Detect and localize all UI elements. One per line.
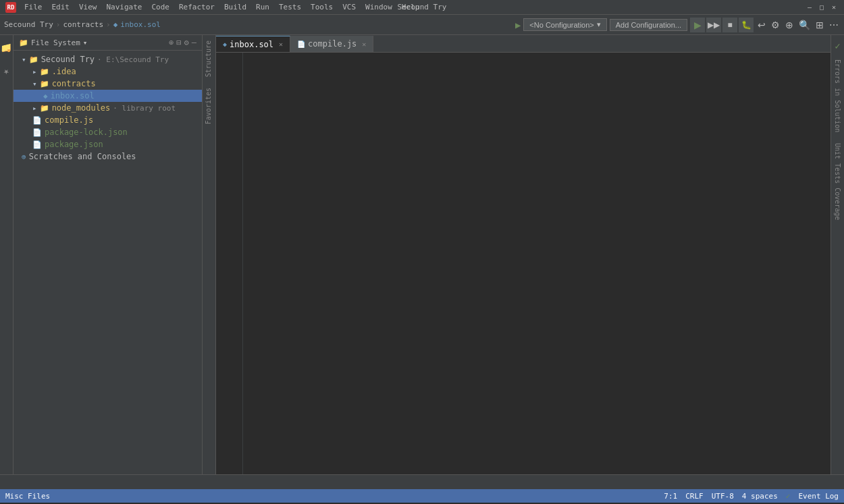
status-event-log[interactable]: Event Log: [798, 492, 839, 501]
menu-item-refactor[interactable]: Refactor: [175, 1, 219, 13]
add-config-button[interactable]: Add Configuration...: [610, 19, 687, 31]
editor-area: ◆ inbox.sol ✕ 📄 compile.js ✕: [216, 35, 830, 474]
tree-item-scratches[interactable]: ⊕ Scratches and Consoles: [14, 150, 202, 163]
run-config-button[interactable]: <No Configuration> ▾: [523, 18, 606, 31]
tree-item-inbox-sol[interactable]: ◆ inbox.sol: [14, 90, 202, 102]
contracts-expand-icon: ▾: [32, 80, 37, 88]
node-modules-expand-icon: ▸: [32, 104, 37, 113]
tree-item-contracts-label: contracts: [52, 79, 96, 88]
run-config-label: <No Configuration>: [529, 21, 594, 29]
main-content: 📁 ★ 📁 File System ▾ ⊕ ⊟ ⚙ — ▾ 📁 Seco: [0, 35, 844, 474]
toolbar-refresh-button[interactable]: ↩: [756, 18, 767, 32]
tree-item-package-json-label: package.json: [45, 140, 103, 149]
vtab-favorites[interactable]: Favorites: [203, 82, 215, 130]
menu-item-run[interactable]: Run: [252, 1, 273, 13]
menu-item-vcs[interactable]: VCS: [338, 1, 360, 13]
menu-item-code[interactable]: Code: [147, 1, 174, 13]
toolbar-expand-button[interactable]: ⊞: [814, 18, 825, 32]
activity-project-icon[interactable]: 📁: [0, 38, 14, 59]
wincontrol-—[interactable]: —: [805, 3, 814, 12]
titlebar: RD FileEditViewNavigateCodeRefactorBuild…: [0, 0, 844, 15]
activity-bar: 📁 ★: [0, 35, 14, 474]
tree-item-root-path: · E:\Secound Try: [97, 55, 169, 64]
status-position[interactable]: 7:1: [664, 492, 677, 501]
menu-item-edit[interactable]: Edit: [48, 1, 74, 13]
breadcrumb-item-file[interactable]: ◆: [113, 20, 118, 29]
status-line-ending[interactable]: CRLF: [685, 492, 704, 501]
status-bar: Misc Files 7:1 CRLF UTF-8 4 spaces ✓ Eve…: [0, 489, 844, 503]
tree-item-root[interactable]: ▾ 📁 Secound Try · E:\Secound Try: [14, 53, 202, 65]
wincontrol-✕[interactable]: ✕: [829, 3, 839, 12]
debug-button[interactable]: 🐛: [739, 18, 754, 32]
app-logo: RD: [5, 2, 16, 13]
debug-run-button[interactable]: ▶▶: [706, 18, 721, 32]
folder-icon: 📁: [19, 38, 28, 47]
sidebar-settings[interactable]: ⚙: [184, 38, 189, 47]
tab-compile-js[interactable]: 📄 compile.js ✕: [290, 36, 373, 52]
scratches-icon: ⊕: [22, 152, 26, 161]
stop-button[interactable]: ■: [722, 18, 737, 32]
tree-item-contracts[interactable]: ▾ 📁 contracts: [14, 78, 202, 90]
run-button[interactable]: ▶: [690, 18, 705, 32]
tree-item-compile-js-label: compile.js: [45, 115, 93, 125]
run-buttons: ▶ ▶▶ ■ 🐛: [690, 18, 754, 32]
idea-folder-icon: 📁: [40, 67, 49, 76]
breadcrumb-item-filename[interactable]: inbox.sol: [120, 20, 161, 29]
sidebar-actions: ⊕ ⊟ ⚙ —: [169, 38, 196, 47]
menu-item-tools[interactable]: Tools: [307, 1, 337, 13]
tab-js-icon: 📄: [297, 40, 305, 48]
tree-item-package-lock-label: package-lock.json: [45, 128, 128, 137]
breadcrumb-item-folder[interactable]: contracts: [63, 20, 103, 29]
tab-inbox-sol[interactable]: ◆ inbox.sol ✕: [216, 36, 290, 52]
menu-bar[interactable]: FileEditViewNavigateCodeRefactorBuildRun…: [20, 1, 423, 13]
tree-item-scratches-label: Scratches and Consoles: [29, 152, 136, 161]
menu-item-tests[interactable]: Tests: [275, 1, 305, 13]
menu-item-build[interactable]: Build: [220, 1, 250, 13]
code-editor: [216, 53, 830, 474]
check-icon: ✓: [832, 38, 843, 54]
toolbar-more-button[interactable]: ⋯: [828, 18, 840, 32]
toolbar-add-button[interactable]: ⊕: [784, 18, 795, 32]
tree-item-compile-js[interactable]: 📄 compile.js: [14, 114, 202, 126]
toolbar-search-button[interactable]: 🔍: [797, 18, 812, 32]
sidebar-scroll-from-source[interactable]: ⊕: [169, 38, 174, 47]
tab-compile-js-close[interactable]: ✕: [362, 40, 366, 48]
tree-item-package-lock[interactable]: 📄 package-lock.json: [14, 126, 202, 138]
toolbar-settings-button[interactable]: ⚙: [770, 18, 781, 32]
bottom-bar: [0, 474, 844, 489]
right-panel: ✓ Errors in Solution Unit Tests Coverage: [830, 35, 844, 474]
toolbar: Secound Try › contracts › ◆ inbox.sol ▶ …: [0, 15, 844, 35]
tree-item-node-modules-label: node_modules: [52, 103, 111, 113]
tab-inbox-sol-close[interactable]: ✕: [279, 40, 283, 48]
vtab-unit-tests[interactable]: Unit Tests Coverage: [832, 138, 843, 225]
menu-item-view[interactable]: View: [75, 1, 101, 13]
left-vtabs: Structure Favorites: [203, 35, 216, 474]
menu-item-file[interactable]: File: [20, 1, 47, 13]
sidebar-hide[interactable]: —: [192, 38, 196, 47]
tree-item-idea[interactable]: ▸ 📁 .idea: [14, 65, 202, 78]
app-title: Secound Try: [398, 3, 447, 11]
status-right: 7:1 CRLF UTF-8 4 spaces ✓ Event Log: [664, 492, 839, 501]
root-folder-icon: 📁: [29, 55, 38, 64]
window-controls[interactable]: —□✕: [805, 3, 839, 12]
sidebar-header: 📁 File System ▾ ⊕ ⊟ ⚙ —: [14, 35, 202, 51]
toolbar-right: ↩ ⚙ ⊕ 🔍 ⊞ ⋯: [756, 18, 840, 32]
js-file-icon: 📄: [32, 116, 42, 125]
code-content[interactable]: [243, 53, 830, 474]
vtab-errors[interactable]: Errors in Solution: [832, 54, 843, 138]
tab-sol-icon: ◆: [223, 40, 227, 48]
vtab-structure[interactable]: Structure: [203, 35, 215, 82]
status-indent[interactable]: 4 spaces: [742, 492, 778, 501]
menu-item-navigate[interactable]: Navigate: [103, 1, 147, 13]
menu-item-window[interactable]: Window: [361, 1, 396, 13]
sidebar-collapse-all[interactable]: ⊟: [176, 38, 181, 47]
sidebar-dropdown-icon[interactable]: ▾: [83, 38, 88, 47]
tree-item-package-json[interactable]: 📄 package.json: [14, 138, 202, 150]
tree-collapse-icon: ▸: [32, 67, 37, 76]
wincontrol-□[interactable]: □: [817, 3, 826, 12]
tree-item-node-modules[interactable]: ▸ 📁 node_modules · library root: [14, 102, 202, 114]
activity-star-icon[interactable]: ★: [1, 62, 11, 84]
status-encoding[interactable]: UTF-8: [712, 492, 734, 501]
breadcrumb-item-root[interactable]: Secound Try: [4, 20, 53, 29]
tree-item-root-label: Secound Try: [41, 55, 95, 64]
